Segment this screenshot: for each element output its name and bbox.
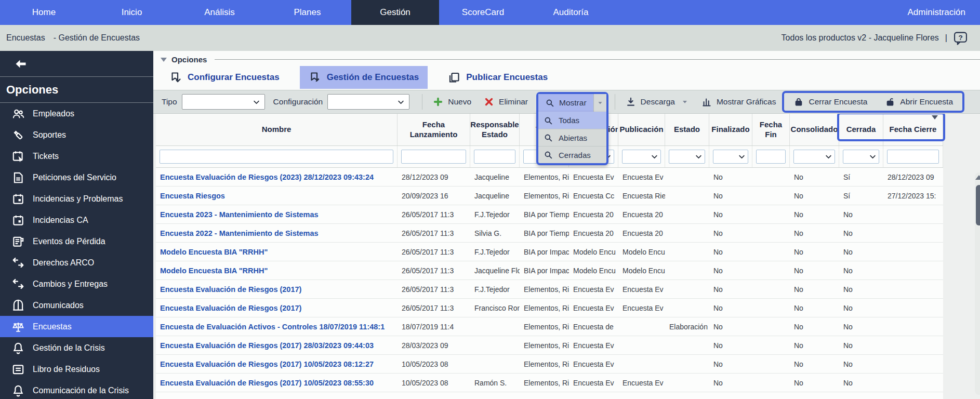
filter-input-8[interactable] [756,150,786,164]
filter-select-6[interactable] [669,150,705,164]
sidebar-item-peticiones-del-servicio[interactable]: Peticiones del Servicio [0,167,153,188]
sidebar-item-label: Encuestas [33,322,72,331]
nav-item-home[interactable]: Home [0,0,88,25]
tipo-select[interactable] [182,94,265,110]
nav-item-inicio[interactable]: Inicio [88,0,176,25]
tab-gesti-n-de-encuestas[interactable]: Gestión de Encuestas [300,66,428,89]
table-cell: No [839,336,883,354]
survey-link[interactable]: Encuesta de Evaluación Activos - Control… [156,317,398,336]
survey-link[interactable]: Encuesta Riesgos [156,187,398,205]
sidebar-item-incidencias-y-problemas[interactable]: Incidencias y Problemas [0,188,153,209]
column-header-finalizado[interactable]: Finalizado [709,114,752,145]
table-cell [665,243,709,261]
breadcrumb-page: - Gestión de Encuestas [54,33,140,43]
abrir-encuesta-button[interactable]: Abrir Encuesta [879,97,959,107]
filter-input-11[interactable] [887,150,939,164]
sidebar-item-empleados[interactable]: Empleados [0,103,153,124]
survey-link[interactable]: Encuesta Evaluación de Riesgos (2017) [156,280,398,298]
column-header-nombre[interactable]: Nombre [156,114,398,145]
nav-item-gestión[interactable]: Gestión [351,0,439,25]
survey-link[interactable]: Encuesta Evaluación de Riesgos (2017) 28… [156,336,398,354]
sidebar-item-cambios-y-entregas[interactable]: Cambios y Entregas [0,273,153,295]
sidebar-item-derechos-arco[interactable]: Derechos ARCO [0,252,153,273]
sidebar-item-tickets[interactable]: Tickets [0,145,153,167]
mostrar-caret[interactable] [593,94,606,112]
table-row: Encuesta Evaluación de Riesgos (2017) 10… [156,355,943,374]
nav-item-administracion[interactable]: Administración [893,0,980,25]
options-section-header[interactable]: Opciones [153,51,980,65]
cerrar-encuesta-button[interactable]: Cerrar Encuesta [787,97,873,107]
survey-link[interactable]: Encuesta 2023 - Mantenimiento de Sistema… [156,205,398,223]
sidebar-item-soportes[interactable]: Soportes [0,124,153,145]
filter-cell [470,146,520,167]
mostrar-menu-item-abiertas[interactable]: Abiertas [538,129,606,146]
column-header-fecha-lanzamiento[interactable]: Fecha Lanzamiento [398,114,470,145]
survey-link[interactable]: Encuesta Evaluación de Riesgos (2017) 10… [156,355,398,373]
nav-item-análisis[interactable]: Análisis [176,0,263,25]
table-cell: Elementos, Rie [520,336,569,354]
sidebar-item-label: Incidencias CA [33,216,88,225]
search-icon [544,150,553,159]
nav-item-planes[interactable]: Planes [263,0,351,25]
survey-link[interactable]: Modelo Encuesta BIA "RRHH" [156,243,398,261]
column-header-consolidado[interactable]: Consolidado [790,114,839,145]
scroll-up-icon[interactable] [975,175,980,180]
descarga-button[interactable]: Descarga [619,97,695,107]
survey-link[interactable]: Modelo Encuesta BIA "RRHH" [156,261,398,280]
back-button[interactable] [0,51,153,77]
survey-link[interactable]: Encuesta Evaluación de Riesgos (2017) 10… [156,374,398,392]
table-cell: Elementos, Rie [520,374,569,392]
sidebar-item-comunicaci-n-de-la-crisis[interactable]: Comunicación de la Crisis [0,380,153,399]
filter-select-5[interactable] [622,150,661,164]
eliminar-button[interactable]: Eliminar [478,97,534,107]
mostrar-dropdown: Mostrar TodasAbiertasCerradas [536,92,608,112]
filter-input-0[interactable] [160,150,393,164]
sidebar-item-gesti-n-de-la-crisis[interactable]: Gestión de la Crisis [0,337,153,358]
sidebar-item-encuestas[interactable]: Encuestas [0,316,153,337]
folder-icon [11,363,25,376]
survey-link[interactable]: Encuesta Evaluación de Riesgos (2017) [156,299,398,317]
tab-configurar-encuestas[interactable]: Configurar Encuestas [161,66,288,89]
filter-cell [618,146,665,167]
descarga-caret-icon[interactable] [681,98,689,106]
column-header-cerrada[interactable]: Cerrada [839,114,883,145]
mostrar-menu-item-cerradas[interactable]: Cerradas [538,146,606,163]
filter-select-7[interactable] [713,150,748,164]
mostrar-button[interactable]: Mostrar [538,94,606,112]
column-header-fecha-fin[interactable]: Fecha Fin [752,114,790,145]
mostrar-graficas-button[interactable]: Mostrar Gráficas [695,97,783,107]
sidebar-item-eventos-de-p-rdida[interactable]: Eventos de Pérdida [0,231,153,252]
nav-item-scorecard[interactable]: ScoreCard [439,0,527,25]
sort-icon[interactable] [932,115,938,119]
table-cell: No [839,261,883,280]
nuevo-button[interactable]: Nuevo [427,97,478,107]
scrollbar-thumb[interactable] [976,185,980,225]
column-header-fecha-cierre[interactable]: Fecha Cierre [883,114,943,145]
sidebar-item-comunicados[interactable]: Comunicados [0,295,153,316]
table-cell: Elementos, Rie [520,299,569,317]
survey-link[interactable]: Encuesta 2022 - Mantenimiento de Sistema… [156,224,398,242]
mostrar-menu-item-todas[interactable]: Todas [538,112,606,129]
filter-input-1[interactable] [401,150,466,164]
table-cell: No [790,317,839,336]
sidebar-item-incidencias-ca[interactable]: Incidencias CA [0,209,153,231]
sidebar-item-libro-de-residuos[interactable]: Libro de Residuos [0,358,153,380]
nav-item-auditoría[interactable]: Auditoría [527,0,615,25]
vertical-scrollbar[interactable] [975,172,980,395]
table-cell: Modelo Encu [618,261,665,280]
table-cell [665,336,709,354]
column-header-estado[interactable]: Estado [665,114,709,145]
tab-publicar-encuestas[interactable]: Publicar Encuestas [439,66,557,89]
survey-link[interactable]: Encuesta Evaluación de Riesgos (2023) 28… [156,168,398,186]
filter-select-9[interactable] [793,150,835,164]
column-header-responsable-estado[interactable]: Responsable Estado [470,114,520,145]
table-cell: 28/03/2023 09 [398,336,470,354]
filter-input-2[interactable] [474,150,515,164]
table-cell: Modelo Encu [569,243,618,261]
column-header-publicaci-n[interactable]: Publicación [618,114,665,145]
table-cell: No [790,280,839,298]
help-bubble-icon[interactable]: ? [953,31,968,45]
sidebar-item-label: Soportes [33,130,66,140]
filter-select-10[interactable] [843,150,879,164]
configuracion-select[interactable] [327,94,409,110]
